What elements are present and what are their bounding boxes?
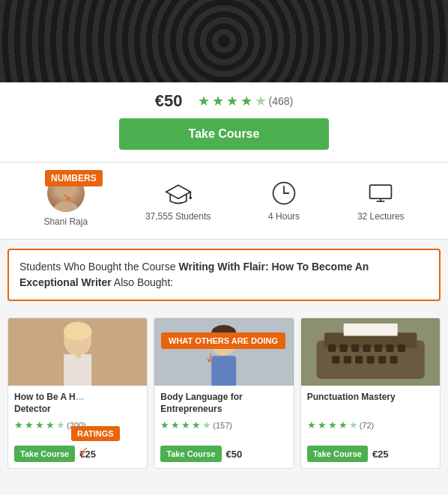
- card-2-body: Body Language for Entrepreneurs ★ ★ ★ ★ …: [154, 386, 293, 441]
- card-3-take-course-button[interactable]: Take Course: [307, 446, 368, 462]
- svg-rect-36: [390, 356, 397, 363]
- stat-lectures: 32 Lectures: [357, 180, 405, 222]
- svg-rect-32: [343, 356, 351, 363]
- star-3: ★: [226, 93, 238, 109]
- featured-price: €50: [155, 91, 183, 111]
- featured-rating-count: (468): [269, 95, 294, 107]
- card-2-stars: ★ ★ ★ ★ ★ (157): [160, 419, 287, 431]
- card-3-svg: [301, 318, 440, 386]
- card-image-2: [154, 318, 293, 386]
- star-1: ★: [198, 93, 210, 109]
- ratings-arrow-icon: ↙: [79, 443, 88, 458]
- card-1-title: How to Be A H…Detector: [14, 392, 141, 415]
- svg-rect-13: [64, 354, 91, 386]
- card-1-footer: Take Course €25: [8, 441, 147, 468]
- svg-rect-24: [328, 344, 336, 352]
- c2-star1: ★: [160, 419, 169, 431]
- svg-rect-8: [370, 185, 392, 198]
- also-bought-text-plain: Students Who Bought the Course: [19, 261, 178, 273]
- c1-star2: ★: [25, 419, 34, 431]
- cards-section: WHAT OTHERS ARE DOING ↗ RATINGS ↙: [0, 310, 448, 476]
- card-image-1: [8, 318, 147, 386]
- star-half: ★: [255, 93, 267, 109]
- graduation-cap-icon: [165, 180, 192, 207]
- featured-course-image: [0, 0, 448, 82]
- card-3-title: Punctuation Mastery: [307, 392, 434, 415]
- typewriter-bg: [0, 0, 448, 82]
- c3-star4: ★: [339, 419, 348, 431]
- svg-rect-28: [374, 344, 381, 352]
- svg-rect-26: [351, 344, 359, 352]
- numbers-annotation: NUMBERS: [45, 170, 103, 186]
- featured-take-course-button[interactable]: Take Course: [119, 118, 329, 150]
- card-3-price: €25: [372, 449, 389, 460]
- card-3-body: Punctuation Mastery ★ ★ ★ ★ ★ (72): [301, 386, 440, 441]
- c1-star3: ★: [35, 419, 44, 431]
- clock-icon: [270, 180, 297, 207]
- lectures-count: 32 Lectures: [357, 211, 405, 222]
- card-2-take-course-button[interactable]: Take Course: [160, 446, 221, 462]
- students-count: 37,555 Students: [145, 211, 211, 222]
- c3-star3: ★: [328, 419, 337, 431]
- svg-rect-27: [363, 344, 370, 352]
- c3-star5: ★: [349, 419, 358, 431]
- svg-point-4: [189, 197, 192, 200]
- c2-star3: ★: [181, 419, 190, 431]
- card-2-price: €50: [226, 449, 243, 460]
- also-bought-box: Students Who Bought the Course Writing W…: [7, 249, 441, 301]
- card-3-rating-count: (72): [360, 421, 375, 430]
- card-2-svg: [154, 318, 293, 386]
- star-2: ★: [212, 93, 224, 109]
- course-card-1: How to Be A H…Detector ★ ★ ★ ★ ★ (200) T…: [7, 318, 148, 469]
- svg-rect-25: [339, 344, 347, 352]
- svg-rect-31: [332, 356, 339, 363]
- c3-star2: ★: [318, 419, 327, 431]
- star-4: ★: [240, 93, 252, 109]
- svg-rect-35: [378, 356, 386, 363]
- card-3-footer: Take Course €25: [301, 441, 440, 468]
- card-image-3: [301, 318, 440, 386]
- c2-star4: ★: [192, 419, 201, 431]
- svg-rect-34: [366, 356, 374, 363]
- hours-count: 4 Hours: [268, 211, 300, 222]
- c1-star1: ★: [14, 419, 23, 431]
- numbers-arrow-icon: ↘: [61, 189, 71, 204]
- card-2-rating-count: (157): [213, 421, 232, 430]
- monitor-icon: [367, 180, 394, 207]
- c2-star5: ★: [202, 419, 211, 431]
- card-3-stars: ★ ★ ★ ★ ★ (72): [307, 419, 434, 431]
- stat-hours: 4 Hours: [268, 180, 300, 222]
- what-others-annotation: WHAT OTHERS ARE DOING: [161, 332, 285, 349]
- featured-stars: ★ ★ ★ ★ ★ (468): [198, 93, 294, 109]
- instructor-name: Shani Raja: [43, 216, 88, 227]
- stat-students: 37,555 Students: [145, 180, 211, 222]
- svg-rect-29: [386, 344, 393, 352]
- stats-row: NUMBERS ↘ Shani Raja 37,555 Students: [0, 163, 448, 240]
- svg-rect-33: [355, 356, 363, 363]
- ratings-annotation: RATINGS: [71, 426, 120, 441]
- course-card-3: Punctuation Mastery ★ ★ ★ ★ ★ (72) Take …: [300, 318, 441, 469]
- card-2-title: Body Language for Entrepreneurs: [160, 392, 287, 415]
- c3-star1: ★: [307, 419, 316, 431]
- svg-rect-30: [397, 344, 405, 352]
- svg-rect-37: [343, 324, 397, 335]
- c2-star2: ★: [171, 419, 180, 431]
- featured-course-section: €50 ★ ★ ★ ★ ★ (468) Take Course: [0, 0, 448, 163]
- also-bought-text-plain2: Also Bought:: [112, 276, 174, 288]
- card-2-footer: Take Course €50: [154, 441, 293, 468]
- card-1-svg: [8, 318, 147, 386]
- svg-rect-16: [64, 327, 91, 338]
- c1-star4: ★: [46, 419, 55, 431]
- c1-star5: ★: [56, 419, 65, 431]
- price-rating-row: €50 ★ ★ ★ ★ ★ (468): [0, 82, 448, 118]
- card-1-take-course-button[interactable]: Take Course: [14, 446, 75, 462]
